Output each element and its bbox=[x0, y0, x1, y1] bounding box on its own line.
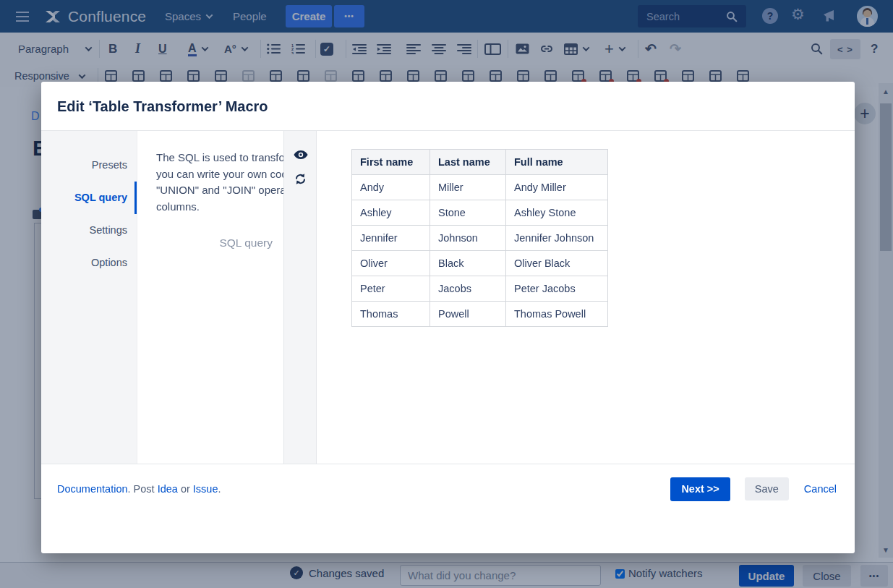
cut-icon[interactable] bbox=[270, 70, 282, 82]
add-row-above-icon[interactable] bbox=[105, 70, 117, 82]
merge-cells-icon[interactable] bbox=[435, 70, 447, 82]
scrollbar-thumb[interactable] bbox=[880, 103, 892, 251]
paste-icon[interactable] bbox=[325, 70, 337, 82]
more-formatting-button[interactable]: A° bbox=[224, 33, 247, 65]
app-title[interactable]: Confluence bbox=[68, 0, 146, 33]
tab-presets[interactable]: Presets bbox=[41, 149, 137, 182]
table-header-row-icon[interactable] bbox=[490, 70, 502, 82]
redo-button[interactable]: ↷ bbox=[670, 33, 681, 65]
sql-description-panel: The SQL is used to transform you can wri… bbox=[138, 131, 284, 464]
page-layout-button[interactable] bbox=[484, 33, 501, 65]
find-replace-button[interactable] bbox=[811, 33, 823, 65]
numbered-list-button[interactable]: 1 2 3 bbox=[291, 33, 305, 65]
table-header-column-icon[interactable] bbox=[517, 70, 529, 82]
italic-button[interactable]: I bbox=[135, 33, 140, 65]
bullet-list-button[interactable] bbox=[267, 33, 281, 65]
table-cell: Ashley bbox=[352, 200, 430, 226]
create-button[interactable]: Create bbox=[286, 5, 332, 27]
settings-gear-icon[interactable]: ⚙ bbox=[791, 6, 805, 23]
scroll-down-icon[interactable]: ▼ bbox=[879, 546, 893, 554]
editor-help-button[interactable]: ? bbox=[871, 33, 878, 65]
change-comment-input[interactable] bbox=[400, 565, 601, 586]
outdent-button[interactable] bbox=[352, 33, 367, 65]
footer-text: or bbox=[178, 483, 193, 495]
preview-eye-button[interactable] bbox=[284, 150, 317, 160]
bold-button[interactable]: B bbox=[108, 33, 117, 65]
search-icon[interactable] bbox=[726, 11, 738, 22]
align-left-button[interactable] bbox=[406, 33, 421, 65]
tab-settings[interactable]: Settings bbox=[41, 214, 137, 247]
delete-row-icon[interactable] bbox=[160, 70, 172, 82]
tab-options[interactable]: Options bbox=[41, 247, 137, 279]
undo-button[interactable]: ↶ bbox=[645, 33, 657, 65]
insert-column-right-icon[interactable] bbox=[380, 70, 392, 82]
idea-link[interactable]: Idea bbox=[158, 483, 178, 495]
nav-people[interactable]: People bbox=[233, 0, 267, 33]
insert-column-left-icon[interactable] bbox=[352, 70, 364, 82]
add-row-below-icon[interactable] bbox=[132, 70, 145, 82]
close-button[interactable]: Close bbox=[803, 565, 851, 587]
task-list-button[interactable]: ✓ bbox=[320, 33, 333, 65]
user-avatar[interactable] bbox=[857, 6, 878, 27]
table-cell: Oliver bbox=[352, 251, 430, 276]
highlight-cell-icon[interactable] bbox=[544, 70, 557, 82]
toolbar-separator bbox=[477, 40, 478, 58]
dialog-body: Presets SQL query Settings Options The S… bbox=[41, 131, 855, 464]
indent-button[interactable] bbox=[377, 33, 391, 65]
align-center-button[interactable] bbox=[432, 33, 446, 65]
insert-image-button[interactable] bbox=[516, 33, 529, 65]
chart-from-table-icon[interactable] bbox=[627, 70, 639, 82]
scroll-up-icon[interactable]: ▲ bbox=[879, 88, 893, 95]
cell-fill-color-icon[interactable] bbox=[709, 70, 722, 82]
app-menu-button[interactable] bbox=[16, 0, 29, 33]
insert-link-button[interactable] bbox=[540, 33, 553, 65]
paste-row-icon[interactable] bbox=[242, 70, 255, 82]
copy-table-icon[interactable] bbox=[682, 70, 694, 82]
cancel-button[interactable]: Cancel bbox=[804, 483, 837, 495]
source-editor-button[interactable]: < > bbox=[830, 39, 860, 59]
paragraph-style-dropdown[interactable]: Paragraph bbox=[18, 33, 91, 65]
filter-table-icon[interactable] bbox=[572, 70, 584, 82]
split-cells-icon[interactable] bbox=[462, 70, 474, 82]
save-button[interactable]: Save bbox=[745, 477, 789, 500]
insert-table-button[interactable] bbox=[564, 33, 589, 65]
preview-table-body: AndyMillerAndy MillerAshleyStoneAshley S… bbox=[352, 175, 608, 327]
help-icon[interactable]: ? bbox=[762, 8, 778, 24]
remove-table-icon[interactable] bbox=[737, 70, 749, 82]
pivot-table-icon[interactable] bbox=[599, 70, 612, 82]
outdent-icon bbox=[352, 44, 367, 54]
nav-spaces[interactable]: Spaces bbox=[165, 0, 212, 33]
notify-watchers-checkbox[interactable] bbox=[615, 569, 625, 579]
insert-plus-button[interactable]: + bbox=[854, 103, 876, 124]
scrollbar[interactable]: ▲ ▼ bbox=[879, 83, 893, 558]
table-cell: Peter Jacobs bbox=[506, 276, 608, 302]
delete-column-icon[interactable] bbox=[407, 70, 419, 82]
confluence-logo[interactable] bbox=[43, 0, 62, 33]
documentation-link[interactable]: Documentation bbox=[57, 483, 128, 495]
tab-sql-query[interactable]: SQL query bbox=[41, 182, 137, 214]
search-input[interactable] bbox=[646, 5, 722, 27]
create-more-button[interactable]: ••• bbox=[334, 5, 364, 27]
insert-table-icon bbox=[564, 43, 578, 55]
align-right-button[interactable] bbox=[457, 33, 471, 65]
feedback-megaphone-icon[interactable] bbox=[822, 9, 837, 22]
toolbar-separator bbox=[638, 40, 638, 58]
more-actions-button[interactable]: ••• bbox=[860, 565, 888, 587]
issue-link[interactable]: Issue bbox=[193, 483, 218, 495]
copy-row-icon[interactable] bbox=[215, 70, 227, 82]
update-button[interactable]: Update bbox=[739, 565, 794, 587]
text-color-button[interactable]: A bbox=[188, 33, 208, 65]
cut-row-icon[interactable] bbox=[187, 70, 200, 82]
insert-more-content-button[interactable]: + bbox=[604, 33, 625, 65]
refresh-preview-button[interactable] bbox=[284, 173, 317, 185]
breadcrumb[interactable]: D bbox=[31, 110, 40, 123]
search-box[interactable] bbox=[638, 5, 746, 27]
description-line: you can write your own code bbox=[156, 166, 283, 183]
underline-button[interactable]: U bbox=[158, 33, 167, 65]
page-layout-icon bbox=[484, 43, 501, 55]
chevron-down-icon bbox=[618, 44, 625, 51]
copy-icon[interactable] bbox=[297, 70, 309, 82]
next-button[interactable]: Next >> bbox=[670, 477, 730, 501]
advanced-filter-icon[interactable] bbox=[654, 70, 667, 82]
table-cell: Thomas Powell bbox=[506, 302, 608, 327]
